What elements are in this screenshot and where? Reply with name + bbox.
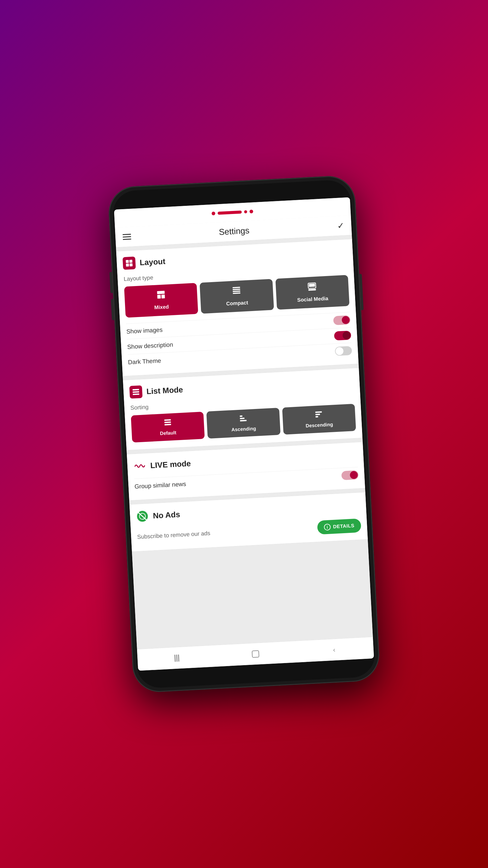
mixed-icon: [156, 290, 166, 302]
settings-scroll-area[interactable]: Layout Layout type: [116, 235, 373, 649]
mixed-label: Mixed: [154, 304, 169, 311]
notch-dot-right: [244, 210, 247, 213]
toggle-knob-dark: [335, 347, 344, 355]
svg-rect-5: [157, 295, 161, 299]
no-ads-title: No Ads: [153, 510, 181, 521]
sort-descending-icon: [315, 410, 323, 420]
phone-inner: Settings ✓: [112, 179, 376, 689]
svg-rect-8: [233, 289, 240, 290]
notch-dot-left: [212, 212, 216, 216]
svg-rect-22: [240, 415, 242, 417]
recent-apps-icon: [174, 654, 179, 662]
no-ads-description-row: Subscribe to remove our ads i DETAILS: [137, 517, 361, 545]
list-mode-section: List Mode Sorting: [123, 368, 362, 451]
layout-section-title: Layout: [139, 256, 166, 267]
notch-decoration: [212, 210, 253, 215]
svg-rect-21: [240, 418, 244, 419]
power-button[interactable]: [359, 274, 364, 310]
live-mode-section: LIVE mode Group similar news: [127, 441, 365, 501]
svg-rect-23: [315, 411, 322, 413]
social-icon: [307, 282, 317, 294]
toggle-knob-desc: [343, 331, 351, 339]
sort-default-icon: [164, 418, 172, 428]
sorting-buttons: Default Ascending: [131, 404, 356, 443]
svg-rect-2: [126, 264, 129, 267]
live-mode-title: LIVE mode: [150, 459, 191, 470]
layout-icon: [123, 256, 136, 270]
svg-rect-10: [233, 292, 240, 294]
volume-down-button[interactable]: [111, 299, 115, 320]
layout-section: Layout Layout type: [116, 239, 359, 376]
sort-ascending-label: Ascending: [231, 426, 256, 433]
live-mode-icon: [133, 459, 147, 472]
toggle-knob: [341, 316, 350, 324]
dark-theme-toggle[interactable]: [335, 346, 352, 356]
dark-theme-label: Dark Theme: [128, 357, 161, 366]
svg-rect-20: [240, 420, 247, 421]
details-button-label: DETAILS: [333, 523, 355, 530]
svg-rect-0: [126, 260, 129, 263]
svg-rect-7: [233, 287, 240, 288]
no-ads-description: Subscribe to remove our ads: [137, 530, 210, 540]
notch-line: [218, 210, 241, 215]
sort-default-button[interactable]: Default: [131, 412, 205, 443]
notch-dot-far-right: [250, 210, 253, 213]
svg-rect-4: [157, 291, 164, 294]
details-button[interactable]: i DETAILS: [317, 518, 361, 535]
no-ads-section: No Ads Subscribe to remove our ads i DET…: [130, 492, 368, 552]
nav-recent-apps-button[interactable]: [167, 649, 187, 668]
home-icon: [252, 650, 259, 658]
layout-mixed-button[interactable]: Mixed: [124, 283, 198, 318]
svg-rect-19: [164, 424, 171, 425]
no-ads-icon: [136, 510, 149, 523]
svg-rect-24: [315, 414, 320, 415]
show-images-label: Show images: [126, 326, 163, 335]
svg-rect-1: [129, 260, 132, 263]
group-similar-news-toggle[interactable]: [341, 470, 358, 480]
svg-rect-16: [133, 393, 139, 395]
svg-rect-3: [130, 264, 133, 267]
social-label: Social Media: [297, 296, 328, 303]
sort-descending-label: Descending: [305, 422, 333, 429]
phone-screen: Settings ✓: [114, 197, 374, 671]
svg-rect-14: [133, 389, 139, 390]
compact-icon: [232, 286, 241, 298]
show-images-toggle[interactable]: [333, 315, 350, 325]
svg-rect-15: [133, 391, 139, 393]
list-mode-title: List Mode: [146, 385, 183, 396]
svg-rect-9: [233, 290, 240, 292]
nav-home-button[interactable]: [246, 644, 265, 663]
nav-back-button[interactable]: ‹: [325, 640, 344, 659]
svg-rect-17: [164, 419, 171, 421]
layout-type-buttons: Mixed C: [124, 275, 350, 318]
hamburger-menu-button[interactable]: [123, 234, 131, 240]
volume-up-button[interactable]: [109, 272, 113, 293]
svg-rect-12: [308, 289, 316, 290]
details-info-icon: i: [324, 524, 331, 530]
page-title: Settings: [219, 226, 250, 237]
svg-rect-18: [164, 421, 171, 423]
sort-ascending-button[interactable]: Ascending: [206, 408, 281, 439]
group-similar-news-row: Group similar news: [134, 467, 359, 494]
group-similar-news-label: Group similar news: [134, 480, 186, 490]
confirm-button[interactable]: ✓: [337, 221, 344, 231]
svg-rect-6: [161, 294, 165, 299]
list-mode-icon: [129, 385, 142, 399]
svg-rect-25: [316, 416, 318, 417]
compact-label: Compact: [226, 300, 248, 307]
back-icon: ‹: [333, 646, 335, 654]
layout-social-button[interactable]: Social Media: [275, 275, 350, 310]
sort-descending-button[interactable]: Descending: [282, 404, 356, 435]
show-description-toggle[interactable]: [334, 331, 351, 341]
phone-device: Settings ✓: [107, 175, 381, 693]
toggle-knob-live: [350, 471, 358, 479]
svg-rect-13: [309, 284, 315, 287]
layout-compact-button[interactable]: Compact: [200, 279, 274, 313]
show-description-label: Show description: [127, 341, 173, 350]
sort-default-label: Default: [160, 430, 176, 436]
sort-ascending-icon: [239, 414, 248, 424]
